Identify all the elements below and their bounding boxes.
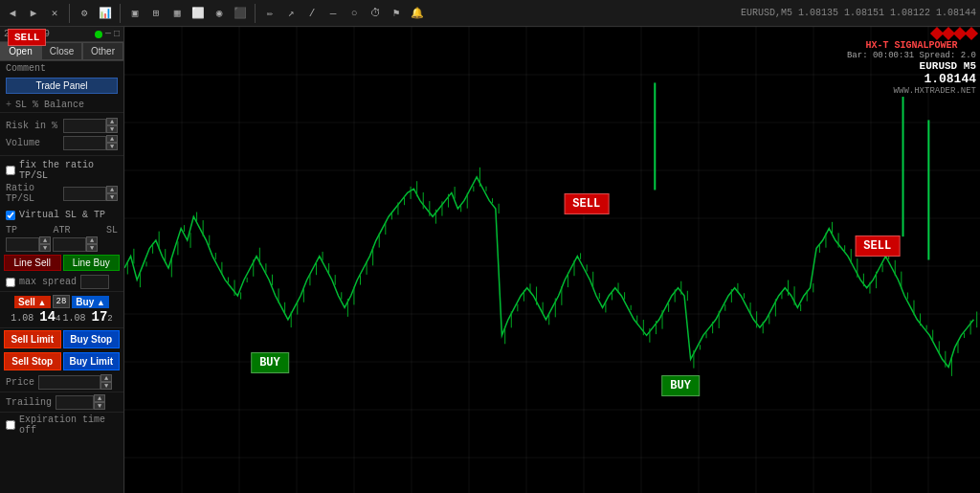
tab-other[interactable]: Other xyxy=(82,42,123,60)
risk-down[interactable]: ▼ xyxy=(106,125,118,133)
buy-price-prefix: 1.08 172 xyxy=(63,309,113,325)
fix-ratio-label: fix the ratio TP/SL xyxy=(19,160,118,181)
sell-badge-topleft: SELL xyxy=(8,29,46,46)
fix-ratio-row: fix the ratio TP/SL xyxy=(6,160,118,181)
limit-stop-row: Sell Limit Buy Stop xyxy=(0,328,123,350)
volume-spinbox[interactable]: 0.01 ▲ ▼ xyxy=(63,135,118,150)
brand-diamonds xyxy=(847,29,976,38)
sell-price-prefix: 1.08 144 xyxy=(11,309,60,325)
buy-main-button[interactable]: Buy ▲ xyxy=(72,296,109,308)
clock-icon[interactable]: ⏱ xyxy=(367,5,384,22)
trailing-spinbox[interactable]: 300 ▲ ▼ xyxy=(56,394,105,410)
fix-ratio-checkbox[interactable] xyxy=(6,166,15,175)
line-buy-button[interactable]: Line Buy xyxy=(63,255,121,271)
sell-main-button[interactable]: Sell ▲ xyxy=(14,296,51,308)
virtual-sltp-label: Virtual SL & TP xyxy=(19,210,105,220)
virtual-sltp-checkbox[interactable] xyxy=(6,211,15,220)
buy-stop-button[interactable]: Buy Stop xyxy=(63,330,121,348)
line-icon[interactable]: / xyxy=(303,5,321,22)
risk-up[interactable]: ▲ xyxy=(106,118,118,125)
signal-sell-2: SELL xyxy=(855,235,900,257)
back-icon[interactable]: ◀ xyxy=(4,5,21,22)
tp-spinbox[interactable]: 400 ▲ ▼ xyxy=(6,236,51,252)
bell-icon[interactable]: 🔔 xyxy=(409,5,426,22)
max-spread-label: max spread xyxy=(19,277,77,287)
toolbar: ◀ ▶ ✕ ⚙ 📊 ▣ ⊞ ▦ ⬜ ◉ ⬛ ✏ ↗ / — ○ ⏱ ⚑ 🔔 EU… xyxy=(0,0,980,27)
sl-header: SL xyxy=(106,225,118,235)
virtual-sltp-row: Virtual SL & TP xyxy=(6,210,118,220)
expiration-checkbox[interactable] xyxy=(6,420,15,430)
buy-limit-button[interactable]: Buy Limit xyxy=(63,352,121,370)
brand-title: HX-T SIGNALPOWER xyxy=(847,40,976,51)
ratio-spinbox[interactable]: 2.00 ▲ ▼ xyxy=(63,186,118,201)
expand-icon[interactable]: □ xyxy=(114,29,120,39)
ratio-up[interactable]: ▲ xyxy=(106,186,118,193)
price-up[interactable]: ▲ xyxy=(100,374,112,382)
pen-icon[interactable]: ✏ xyxy=(261,5,278,22)
trailing-label: Trailing xyxy=(6,397,52,408)
chart-canvas xyxy=(124,27,980,493)
circle-icon[interactable]: ○ xyxy=(345,5,363,22)
tool4-icon[interactable]: ⬜ xyxy=(189,5,207,22)
minimize-icon[interactable]: ─ xyxy=(105,29,111,39)
volume-input[interactable]: 0.01 xyxy=(63,136,106,150)
risk-section: Risk in % 0.01 ▲ ▼ Volume 0.01 ▲ ▼ xyxy=(0,113,123,156)
risk-input[interactable]: 0.01 xyxy=(63,119,106,133)
ratio-down[interactable]: ▼ xyxy=(106,193,118,201)
ratio-input[interactable]: 2.00 xyxy=(63,187,106,201)
chart-area[interactable]: SELL BUY BUY SELL xyxy=(124,27,980,493)
sl-input[interactable]: 200 xyxy=(53,237,86,252)
expiration-label: Expiration time off xyxy=(19,415,118,436)
volume-up[interactable]: ▲ xyxy=(106,135,118,143)
signal-buy-1: BUY xyxy=(251,352,289,373)
tool2-icon[interactable]: ⊞ xyxy=(147,5,165,22)
symbol-display: EURUSD M5 xyxy=(847,60,976,72)
volume-down[interactable]: ▼ xyxy=(106,143,118,150)
trailing-up[interactable]: ▲ xyxy=(94,394,105,402)
risk-spinbox[interactable]: 0.01 ▲ ▼ xyxy=(63,118,118,133)
price-input[interactable]: 0.00000 xyxy=(38,375,100,390)
risk-label: Risk in % xyxy=(6,121,57,131)
line-sell-button[interactable]: Line Sell xyxy=(4,255,61,271)
tp-input[interactable]: 400 xyxy=(6,237,39,252)
close-icon[interactable]: ✕ xyxy=(46,5,63,22)
flag-icon[interactable]: ⚑ xyxy=(388,5,405,22)
sell-limit-button[interactable]: Sell Limit xyxy=(4,330,61,348)
window-title: EURUSD,M5 1.08135 1.08151 1.08122 1.0814… xyxy=(741,8,976,18)
left-panel: 23:69:29 ─ □ Open Close Other Comment Tr… xyxy=(0,27,124,493)
sl-balance-row[interactable]: + SL % Balance xyxy=(0,98,123,113)
tool6-icon[interactable]: ⬛ xyxy=(232,5,249,22)
chart-icon[interactable]: 📊 xyxy=(97,5,114,22)
tab-close[interactable]: Close xyxy=(41,42,82,60)
forward-icon[interactable]: ▶ xyxy=(25,5,42,22)
max-spread-checkbox[interactable] xyxy=(6,278,15,287)
price-label: Price xyxy=(6,377,34,388)
trailing-input[interactable]: 300 xyxy=(56,395,94,410)
trade-panel-button[interactable]: Trade Panel xyxy=(6,78,118,94)
volume-label: Volume xyxy=(6,138,40,148)
hline-icon[interactable]: — xyxy=(324,5,342,22)
sell-stop-button[interactable]: Sell Stop xyxy=(4,352,61,370)
ratio-label: Ratio TP/SL xyxy=(6,183,63,204)
comment-label: Comment xyxy=(0,61,123,74)
trailing-down[interactable]: ▼ xyxy=(94,402,105,410)
sl-down[interactable]: ▼ xyxy=(86,244,98,252)
settings-icon[interactable]: ⚙ xyxy=(76,5,93,22)
tool1-icon[interactable]: ▣ xyxy=(126,5,144,22)
arrow-icon[interactable]: ↗ xyxy=(282,5,300,22)
tool3-icon[interactable]: ▦ xyxy=(168,5,186,22)
tp-up[interactable]: ▲ xyxy=(39,236,51,244)
signal-buy-2: BUY xyxy=(661,375,700,396)
sl-spinbox[interactable]: 200 ▲ ▼ xyxy=(53,236,98,252)
price-spinbox[interactable]: 0.00000 ▲ ▼ xyxy=(38,374,112,390)
tool5-icon[interactable]: ◉ xyxy=(211,5,228,22)
price-down[interactable]: ▼ xyxy=(100,382,112,390)
main-trade-row: Sell ▲ 28 Buy ▲ 1.08 144 1.08 172 xyxy=(0,292,123,328)
tp-header: TP xyxy=(6,225,17,235)
max-spread-input[interactable]: 0 xyxy=(80,275,109,289)
tp-down[interactable]: ▼ xyxy=(39,244,51,252)
spread-value: 28 xyxy=(53,295,71,308)
stop-limit-row: Sell Stop Buy Limit xyxy=(0,350,123,372)
status-dot xyxy=(95,31,102,38)
sl-up[interactable]: ▲ xyxy=(86,236,98,244)
